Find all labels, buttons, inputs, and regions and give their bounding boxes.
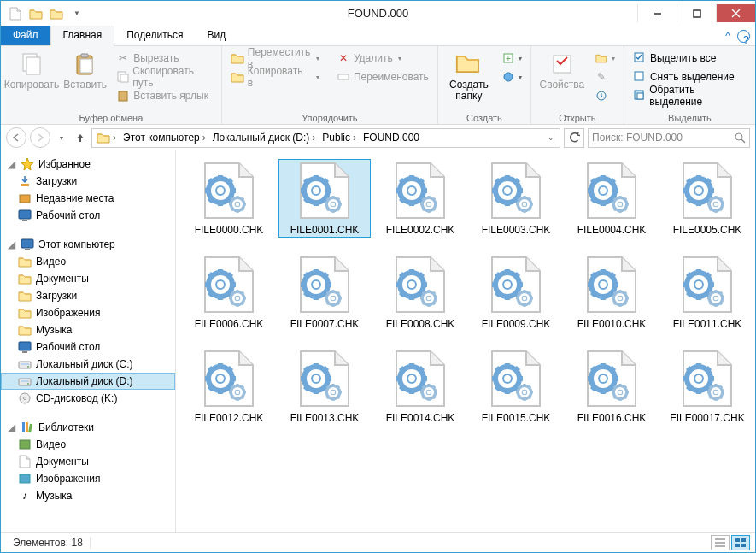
qat-newfolder-icon[interactable] xyxy=(26,4,45,23)
file-item[interactable]: FILE0006.CHK xyxy=(183,253,275,332)
file-thumb xyxy=(199,255,259,315)
qat-properties-icon[interactable] xyxy=(6,4,25,23)
file-item[interactable]: FILE0013.CHK xyxy=(278,347,371,426)
newfolder-button[interactable]: Создать папку xyxy=(443,49,495,102)
tab-share[interactable]: Поделиться xyxy=(114,26,195,45)
file-item[interactable]: FILE0016.CHK xyxy=(566,347,658,426)
svg-rect-38 xyxy=(80,59,92,73)
file-thumb xyxy=(295,349,355,409)
nav-lib-music[interactable]: ♪Музыка xyxy=(1,487,175,504)
maximize-button[interactable] xyxy=(677,4,716,22)
nav-lib-pictures[interactable]: Изображения xyxy=(1,470,175,487)
paste-button[interactable]: Вставить xyxy=(61,49,109,91)
file-list[interactable]: FILE0000.CHKFILE0001.CHKFILE0002.CHKFILE… xyxy=(176,150,755,532)
quick-access-toolbar: ▼ xyxy=(1,4,86,23)
nav-libraries-header[interactable]: ◢Библиотеки xyxy=(1,419,175,436)
tab-file[interactable]: Файл xyxy=(1,26,50,45)
newitem-button[interactable]: +▾ xyxy=(498,49,525,68)
nav-desktop[interactable]: Рабочий стол xyxy=(1,207,175,224)
recent-locations-button[interactable]: ▾ xyxy=(54,130,69,145)
navigation-pane[interactable]: ◢Избранное Загрузки Недавние места Рабоч… xyxy=(1,150,176,532)
svg-rect-56 xyxy=(20,440,30,449)
copyto-button[interactable]: Копировать в▾ xyxy=(227,68,323,86)
details-view-button[interactable] xyxy=(711,535,730,550)
delete-button[interactable]: ✕Удалить▾ xyxy=(333,49,432,68)
nav-drived[interactable]: Локальный диск (D:) xyxy=(1,373,175,390)
nav-videos[interactable]: Видео xyxy=(1,253,175,270)
minimize-button[interactable] xyxy=(637,4,677,22)
qat-dropdown-icon[interactable]: ▼ xyxy=(67,4,86,23)
forward-button[interactable] xyxy=(30,127,50,148)
nav-recent[interactable]: Недавние места xyxy=(1,190,175,207)
properties-button[interactable]: Свойства xyxy=(536,49,588,91)
search-placeholder: Поиск: FOUND.000 xyxy=(592,132,734,144)
tab-view[interactable]: Вид xyxy=(195,26,237,45)
up-button[interactable] xyxy=(73,130,88,145)
file-item[interactable]: FILE0003.CHK xyxy=(470,159,562,238)
svg-rect-41 xyxy=(120,74,128,82)
ribbon-collapse-icon[interactable]: ^ xyxy=(720,26,735,45)
file-item[interactable]: FILE0007.CHK xyxy=(278,253,371,332)
nav-favorites-header[interactable]: ◢Избранное xyxy=(1,156,175,173)
close-button[interactable] xyxy=(716,4,755,22)
breadcrumb-bar[interactable]: › Этот компьютер› Локальный диск (D:)› P… xyxy=(91,128,560,148)
invertselection-button[interactable]: Обратить выделение xyxy=(630,86,750,105)
file-item[interactable]: FILE0002.CHK xyxy=(374,159,466,238)
nav-drivec[interactable]: Локальный диск (C:) xyxy=(1,356,175,373)
back-button[interactable] xyxy=(6,127,26,148)
videos-icon xyxy=(18,255,32,268)
file-item[interactable]: FILE0010.CHK xyxy=(566,253,658,332)
copypath-button[interactable]: Скопировать путь xyxy=(113,68,216,86)
file-item[interactable]: FILE0012.CHK xyxy=(183,347,275,426)
nav-downloads2[interactable]: Загрузки xyxy=(1,287,175,304)
file-item[interactable]: FILE0008.CHK xyxy=(374,253,466,332)
easyaccess-button[interactable]: ▾ xyxy=(498,68,525,86)
nav-pc-header[interactable]: ◢Этот компьютер xyxy=(1,236,175,253)
refresh-button[interactable] xyxy=(564,128,584,148)
file-thumb xyxy=(677,255,737,315)
properties-icon xyxy=(548,50,576,78)
file-name: FILE00017.CHK xyxy=(670,412,744,424)
file-thumb xyxy=(199,349,259,409)
help-icon[interactable]: ? xyxy=(737,30,750,43)
tab-home[interactable]: Главная xyxy=(50,25,115,46)
nav-desktop2[interactable]: Рабочий стол xyxy=(1,338,175,356)
file-name: FILE0016.CHK xyxy=(577,412,647,424)
file-item[interactable]: FILE0009.CHK xyxy=(470,253,562,332)
search-box[interactable]: Поиск: FOUND.000 xyxy=(588,128,750,148)
file-item[interactable]: FILE0005.CHK xyxy=(661,159,753,238)
icons-view-button[interactable] xyxy=(731,535,750,550)
nav-pictures[interactable]: Изображения xyxy=(1,304,175,321)
nav-lib-videos[interactable]: Видео xyxy=(1,436,175,453)
nav-music[interactable]: Музыка xyxy=(1,321,175,338)
file-item[interactable]: FILE0004.CHK xyxy=(566,159,658,238)
nav-cdrom[interactable]: CD-дисковод (K:) xyxy=(1,390,175,407)
file-thumb xyxy=(486,161,546,221)
breadcrumb-dropdown-icon[interactable]: ⌄ xyxy=(544,133,558,142)
history-button[interactable] xyxy=(591,86,618,105)
breadcrumb-found[interactable]: FOUND.000 xyxy=(360,132,422,144)
copy-button[interactable]: Копировать xyxy=(6,49,57,91)
breadcrumb-pc[interactable]: Этот компьютер› xyxy=(120,132,208,144)
open-button[interactable]: ▾ xyxy=(591,49,618,68)
edit-button[interactable]: ✎ xyxy=(591,68,618,86)
breadcrumb-drive[interactable]: Локальный диск (D:)› xyxy=(210,132,319,144)
qat-menu-icon[interactable] xyxy=(47,4,66,23)
svg-rect-49 xyxy=(635,72,643,80)
group-open: Свойства ▾ ✎ Открыть xyxy=(531,46,624,124)
breadcrumb-public[interactable]: Public› xyxy=(319,132,359,144)
pasteshortcut-button[interactable]: Вставить ярлык xyxy=(113,86,216,105)
copy-icon xyxy=(18,50,45,78)
file-item[interactable]: FILE0014.CHK xyxy=(374,347,466,426)
rename-button[interactable]: Переименовать xyxy=(333,68,432,86)
file-item[interactable]: FILE0000.CHK xyxy=(183,159,275,238)
selectall-button[interactable]: Выделить все xyxy=(630,49,750,68)
file-item[interactable]: FILE00017.CHK xyxy=(661,347,753,426)
nav-lib-documents[interactable]: Документы xyxy=(1,453,175,470)
file-item[interactable]: FILE0001.CHK xyxy=(278,159,371,238)
file-thumb xyxy=(582,255,642,315)
file-item[interactable]: FILE0015.CHK xyxy=(470,347,562,426)
file-item[interactable]: FILE0011.CHK xyxy=(661,253,753,332)
nav-documents[interactable]: Документы xyxy=(1,270,175,287)
nav-downloads[interactable]: Загрузки xyxy=(1,173,175,190)
